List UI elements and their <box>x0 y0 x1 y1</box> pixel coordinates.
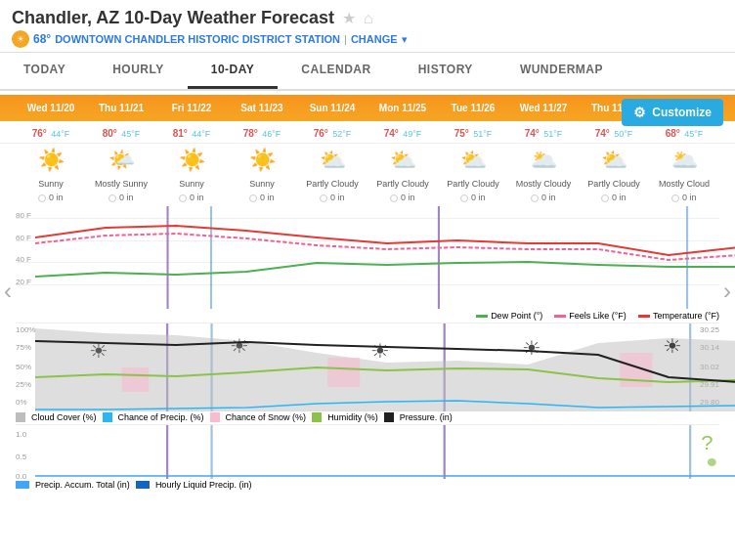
lower-legend: Cloud Cover (%) Chance of Precip. (%) Ch… <box>0 410 735 424</box>
hourly-precip-label: Hourly Liquid Precip. (in) <box>155 480 252 490</box>
tab-today[interactable]: TODAY <box>0 53 89 89</box>
forecast-temp-6: 75° 51°F <box>438 121 508 143</box>
y-100pct: 100% <box>16 325 35 334</box>
svg-point-22 <box>708 458 716 466</box>
main-content: ⚙ Customize ‹ › Wed 11/20Thu 11/21Fri 11… <box>0 91 735 492</box>
svg-text:?: ? <box>701 432 713 453</box>
forecast-precip-8: 0 in <box>579 191 649 204</box>
legend-dew-point: Dew Point (°) <box>476 311 542 321</box>
forecast-precip-6: 0 in <box>438 191 508 204</box>
customize-button[interactable]: ⚙ Customize <box>622 99 723 126</box>
legend-feels-like: Feels Like (°F) <box>554 311 627 321</box>
station-name: DOWNTOWN CHANDLER HISTORIC DISTRICT STAT… <box>55 33 340 45</box>
hourly-precip-color <box>136 481 150 489</box>
chevron-down-icon[interactable]: ▾ <box>402 33 408 46</box>
forecast-icon-9: 🌥️ <box>649 144 719 177</box>
forecast-temp-1: 80° 45°F <box>86 121 156 143</box>
forecast-head-0: Wed 11/20 <box>16 99 86 117</box>
humidity-label: Humidity (%) <box>327 412 378 422</box>
forecast-icon-7: 🌥️ <box>508 144 579 177</box>
y-25pct: 25% <box>16 380 31 389</box>
temp-color <box>638 315 650 318</box>
svg-rect-9 <box>122 367 150 392</box>
forecast-temp-4: 76° 52°F <box>297 121 368 143</box>
forecast-condition-4: Partly Cloudy <box>297 177 368 191</box>
forecast-icon-3: ☀️ <box>227 144 297 177</box>
feels-like-label: Feels Like (°F) <box>569 311 627 321</box>
forecast-temp-3: 78° 46°F <box>227 121 297 143</box>
forecast-head-7: Wed 11/27 <box>508 99 579 117</box>
accum-precip-label: Precip. Accum. Total (in) <box>35 480 130 490</box>
forecast-icon-2: ☀️ <box>156 144 227 177</box>
change-link[interactable]: CHANGE <box>351 33 398 45</box>
y-0pct: 0% <box>16 398 27 407</box>
cloud-cover-color <box>16 412 25 422</box>
separator: | <box>344 33 347 45</box>
forecast-condition-9: Mostly Cloud <box>649 177 719 191</box>
forecast-head-1: Thu 11/21 <box>86 99 156 117</box>
y-precip-1: 1.0 <box>16 430 26 439</box>
forecast-condition-1: Mostly Sunny <box>86 177 156 191</box>
forecast-condition-3: Sunny <box>227 177 297 191</box>
forecast-icon-0: ☀️ <box>16 144 86 177</box>
snow-chance-label: Chance of Snow (%) <box>226 412 307 422</box>
tab-hourly[interactable]: HOURLY <box>89 53 188 89</box>
lower-chart: ☀ ☀ ☀ ☀ ☀ <box>35 323 735 411</box>
forecast-head-6: Tue 11/26 <box>438 99 508 117</box>
precip-legend: Precip. Accum. Total (in) Hourly Liquid … <box>0 478 735 492</box>
svg-text:☀: ☀ <box>663 335 682 357</box>
tab-history[interactable]: HISTORY <box>395 53 497 89</box>
forecast-temp-2: 81° 44°F <box>156 121 227 143</box>
forecast-precip-0: 0 in <box>16 191 86 204</box>
home-icon[interactable]: ⌂ <box>364 10 373 27</box>
forecast-head-4: Sun 11/24 <box>297 99 368 117</box>
dew-point-label: Dew Point (°) <box>491 311 542 321</box>
forecast-icon-8: ⛅ <box>579 144 649 177</box>
forecast-temp-0: 76° 44°F <box>16 121 86 143</box>
temperature-label: Temperature (°F) <box>653 311 719 321</box>
svg-text:☀: ☀ <box>522 337 541 359</box>
svg-text:☀: ☀ <box>230 335 249 357</box>
y-75pct: 75% <box>16 343 31 352</box>
forecast-condition-8: Partly Cloudy <box>579 177 649 191</box>
current-temp: 68° <box>33 32 51 46</box>
forecast-precip-2: 0 in <box>156 191 227 204</box>
forecast-condition-7: Mostly Cloudy <box>508 177 579 191</box>
prev-arrow[interactable]: ‹ <box>0 274 16 309</box>
tab-calendar[interactable]: CALENDAR <box>278 53 394 89</box>
forecast-condition-6: Partly Cloudy <box>438 177 508 191</box>
customize-label: Customize <box>652 106 712 119</box>
dew-point-color <box>476 315 488 318</box>
forecast-precip-9: 0 in <box>649 191 719 204</box>
feels-like-color <box>554 315 566 318</box>
forecast-head-2: Fri 11/22 <box>156 99 227 117</box>
tab-10day[interactable]: 10-DAY <box>188 53 279 89</box>
forecast-condition-0: Sunny <box>16 177 86 191</box>
temp-chart <box>35 206 735 309</box>
precip-chart: ? <box>35 425 735 479</box>
snow-chance-color <box>210 412 220 422</box>
header: Chandler, AZ 10-Day Weather Forecast ★ ⌂… <box>0 0 735 91</box>
nav-tabs: TODAY HOURLY 10-DAY CALENDAR HISTORY WUN… <box>0 53 735 91</box>
precip-chance-label: Chance of Precip. (%) <box>118 412 204 422</box>
next-arrow[interactable]: › <box>719 274 735 309</box>
y-50pct: 50% <box>16 363 31 371</box>
tab-wundermap[interactable]: WUNDERMAP <box>497 53 627 89</box>
svg-text:☀: ☀ <box>370 340 390 362</box>
forecast-precip-1: 0 in <box>86 191 156 204</box>
forecast-temp-7: 74° 51°F <box>508 121 579 143</box>
forecast-temp-5: 74° 49°F <box>368 121 438 143</box>
y-precip-05: 0.5 <box>16 452 26 461</box>
forecast-icon-4: ⛅ <box>297 144 368 177</box>
weather-icon-small: ☀ <box>12 30 29 48</box>
forecast-condition-5: Partly Cloudy <box>368 177 438 191</box>
legend-temperature: Temperature (°F) <box>638 311 719 321</box>
pressure-label: Pressure. (in) <box>400 412 453 422</box>
forecast-icon-5: ⛅ <box>368 144 438 177</box>
forecast-precip-4: 0 in <box>297 191 368 204</box>
page-title: Chandler, AZ 10-Day Weather Forecast <box>12 8 334 28</box>
forecast-icon-1: 🌤️ <box>86 144 156 177</box>
forecast-precip-5: 0 in <box>368 191 438 204</box>
svg-rect-10 <box>327 358 360 387</box>
star-icon[interactable]: ★ <box>342 9 356 27</box>
